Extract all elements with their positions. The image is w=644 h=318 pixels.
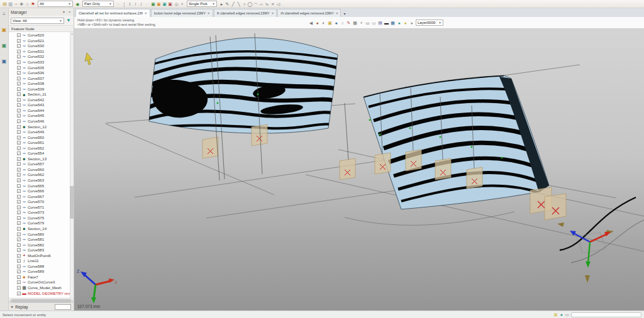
feature-tree-row[interactable]: ✓∼Curve589	[9, 269, 74, 275]
pan-icon[interactable]: +	[179, 1, 185, 7]
manager-tab-icon[interactable]: ≡	[1, 11, 7, 17]
circle-icon[interactable]: ○	[242, 1, 247, 7]
pin-icon[interactable]: ▾	[62, 9, 66, 15]
offset-icon[interactable]: ≡	[270, 1, 275, 7]
feature-tree-row[interactable]: ✓∼Curve537	[9, 75, 74, 81]
feature-tree-row[interactable]: ✓∼Curve575	[9, 216, 74, 221]
feature-checkbox[interactable]: ✓	[17, 157, 21, 161]
part-filter-select[interactable]: Part Only ▼	[82, 1, 114, 7]
feature-tree-row[interactable]: ✓∼CurveOnCurve3	[9, 280, 74, 285]
scrollbar-thumb[interactable]	[11, 299, 71, 302]
right-zebra-surface[interactable]	[364, 75, 549, 209]
feature-tree-row[interactable]: ✓∼Curve563	[9, 178, 74, 184]
pen-icon[interactable]: ✎	[225, 1, 230, 7]
feature-checkbox[interactable]: ✓	[17, 125, 21, 129]
feature-tree-row[interactable]: ✓∼Curve562	[9, 172, 74, 178]
feature-tree-row[interactable]: ✓∼Curve531	[9, 49, 74, 55]
feature-checkbox[interactable]: ✓	[17, 98, 21, 102]
polyline-icon[interactable]: ╲	[236, 1, 242, 7]
feature-tree-row[interactable]: ✓∼Curve583	[9, 248, 74, 253]
view-triad[interactable]: Z X	[77, 269, 118, 304]
feature-checkbox[interactable]: ✓	[17, 227, 21, 231]
feature-tree-row[interactable]: ✓∼Curve565	[9, 183, 74, 189]
database-icon[interactable]: ▣	[162, 1, 167, 7]
feature-checkbox[interactable]: ✓	[17, 130, 21, 134]
divider-icon[interactable]: ▬	[384, 20, 389, 26]
feature-checkbox[interactable]: ✓	[17, 259, 21, 263]
feature-tree-row[interactable]: ✓∼Curve533	[9, 60, 74, 65]
tab-overflow-icon[interactable]: ▾	[343, 11, 345, 16]
annotate-icon[interactable]: ✎	[346, 20, 352, 26]
feature-tree-row[interactable]: ✓∼Curve550	[9, 134, 74, 140]
feature-tree-row[interactable]: ✓∼Curve551	[9, 140, 74, 146]
feature-tree-row[interactable]: ✓∼Curve567	[9, 194, 74, 199]
feature-tree-row[interactable]: ✓∼Curve539	[9, 86, 74, 92]
tree-hscrollbar[interactable]: ◂▸	[9, 298, 74, 302]
feature-checkbox[interactable]: ✓	[17, 114, 21, 118]
feature-tree-row[interactable]: ✓▬MODEL GEOMETRY rem...	[9, 290, 74, 296]
feature-tree-row[interactable]: ✓∼Curve543	[9, 102, 74, 108]
feature-checkbox[interactable]: ✓	[17, 184, 21, 188]
feature-checkbox[interactable]: ✓	[17, 109, 21, 112]
feature-tree-row[interactable]: ✓∼Curve571	[9, 205, 74, 211]
orbit-icon[interactable]: ◎	[174, 1, 179, 7]
feature-tree-row[interactable]: ✓∼Curve538	[9, 81, 74, 87]
tree-scrollbar[interactable]: ▴	[70, 32, 74, 298]
curve-icon[interactable]: ∼	[258, 1, 264, 7]
italic-style-icon[interactable]: /	[138, 1, 144, 7]
feature-checkbox[interactable]: ✓	[17, 168, 21, 172]
tab-close-icon[interactable]: ×	[336, 11, 338, 15]
feature-checkbox[interactable]: ✓	[17, 270, 21, 273]
document-tab[interactable]: lh clamshell edges removed.23MY×	[214, 9, 277, 17]
shaded-view-icon[interactable]: ●	[314, 20, 320, 26]
mirror-icon[interactable]: ◁	[275, 1, 281, 7]
replay-input[interactable]	[55, 304, 71, 310]
feature-tree-row[interactable]: ✓∼Curve535	[9, 65, 74, 70]
feature-tree-row[interactable]: ✓+MudOnPoint6	[9, 253, 74, 258]
flag-icon[interactable]: ⚑	[30, 1, 36, 7]
snap-icon[interactable]: +	[358, 20, 364, 26]
notify-icon[interactable]: ▣	[553, 312, 558, 317]
bulb-on-icon[interactable]: ●	[402, 20, 408, 26]
feature-tree-row[interactable]: ✓∼Curve530	[9, 43, 74, 49]
feature-checkbox[interactable]: ✓	[17, 87, 21, 91]
feature-checkbox[interactable]: ✓	[17, 275, 21, 279]
feature-tree-row[interactable]: ✓∼Curve552	[9, 145, 74, 151]
feature-tree-row[interactable]: ✓∼Curve580	[9, 231, 74, 237]
feature-checkbox[interactable]: ✓	[17, 254, 21, 258]
table-icon[interactable]: ▦	[390, 20, 396, 26]
feature-tree-row[interactable]: ✓■Section_14	[9, 226, 74, 232]
feature-checkbox[interactable]: ✓	[17, 162, 21, 166]
feature-tree-row[interactable]: ✓∼Curve560	[9, 167, 74, 173]
feature-checkbox[interactable]: ✓	[17, 211, 21, 214]
feature-tree-row[interactable]: ✓∼Curve579	[9, 221, 74, 226]
remove-icon[interactable]: −	[13, 1, 19, 7]
arc-icon[interactable]: ◠	[253, 1, 258, 7]
feature-checkbox[interactable]: ✓	[17, 221, 21, 225]
feature-tree-row[interactable]: ✓∼Curve520	[9, 33, 74, 38]
marker-style-icon[interactable]: ·	[144, 1, 150, 7]
feature-tree-row[interactable]: ✓∼Curve549	[9, 129, 74, 135]
feature-tree-row[interactable]: ✓∼Curve542	[9, 97, 74, 103]
tab-close-icon[interactable]: ×	[208, 11, 210, 15]
settings-icon[interactable]: ✚	[19, 1, 25, 7]
feature-checkbox[interactable]: ✓	[17, 103, 21, 107]
feature-checkbox[interactable]: ✓	[17, 243, 21, 247]
select-arrow-icon[interactable]: ▸	[219, 1, 225, 7]
feature-tree-row[interactable]: ✓∼Curve546	[9, 119, 74, 124]
feature-checkbox[interactable]: ✓	[17, 292, 21, 295]
feature-checkbox[interactable]: ✓	[17, 206, 21, 209]
feature-tree-row[interactable]: ✓■Section_12	[9, 124, 74, 129]
clipboard-icon[interactable]: ▤	[2, 1, 8, 7]
feature-checkbox[interactable]: ✓	[17, 119, 21, 123]
feature-checkbox[interactable]: ✓	[17, 265, 21, 268]
expand-arrow-icon[interactable]: ▸	[11, 304, 13, 309]
layer-select[interactable]: Layer0000 ▼	[416, 19, 443, 26]
display-filter-icon[interactable]: ◆	[75, 1, 80, 7]
feature-checkbox[interactable]: ✓	[17, 195, 21, 199]
text-style-icon[interactable]: I	[127, 1, 133, 7]
scene-icon[interactable]: ▣	[1, 43, 7, 48]
feature-tree-row[interactable]: ✓▦Curve_Model_Mesh	[9, 285, 74, 291]
feature-tree-row[interactable]: ✓■Face7	[9, 275, 74, 280]
trim-curve[interactable]	[560, 197, 636, 250]
